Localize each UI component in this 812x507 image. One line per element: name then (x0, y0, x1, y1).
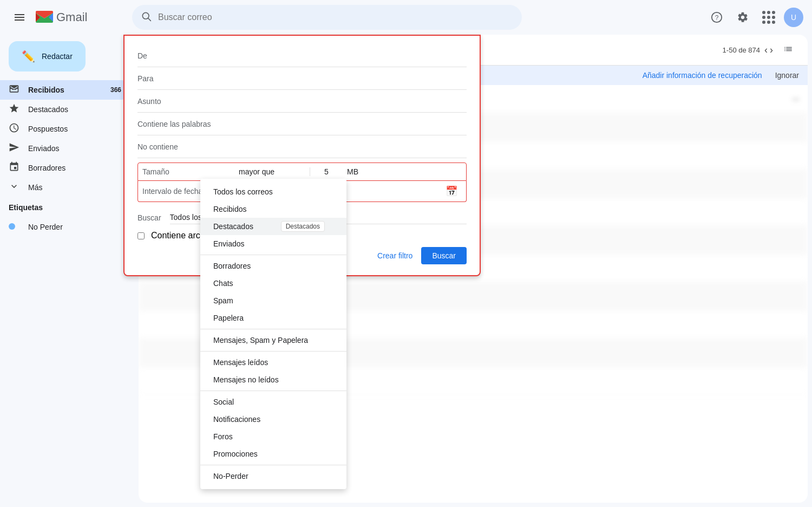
dropdown-item-promociones[interactable]: Promociones (200, 445, 346, 463)
clock-icon (9, 122, 19, 136)
para-input[interactable] (230, 74, 467, 83)
labels-section-text: Etiquetas (9, 203, 43, 212)
help-button[interactable]: ? (706, 6, 728, 28)
sidebar-item-no-perder[interactable]: No Perder (0, 217, 130, 237)
size-unit-select[interactable]: MB KB Bytes (343, 167, 462, 176)
calendar-icon[interactable]: 📅 (446, 185, 457, 197)
dropdown-item-label: Notificaciones (213, 415, 260, 424)
dropdown-item-mensajes-no-leidos[interactable]: Mensajes no leídos (200, 371, 346, 388)
asunto-input[interactable] (230, 97, 467, 106)
sidebar-item-label-enviados: Enviados (28, 144, 60, 153)
dropdown-item-papelera[interactable]: Papelera (200, 309, 346, 327)
dropdown-item-mensajes-spam-papelera[interactable]: Mensajes, Spam y Papelera (200, 332, 346, 349)
dropdown-item-chats[interactable]: Chats (200, 275, 346, 292)
avatar[interactable]: U (784, 8, 803, 27)
dropdown-item-spam[interactable]: Spam (200, 292, 346, 309)
notification-ignore[interactable]: Ignorar (775, 71, 799, 80)
pagination-prev[interactable]: ‹ (764, 44, 768, 56)
dropdown-item-notificaciones[interactable]: Notificaciones (200, 411, 346, 428)
sidebar-item-label-pospuestos: Pospuestos (28, 125, 68, 133)
dropdown-item-label: Todos los correos (213, 187, 273, 196)
dropdown-item-enviados[interactable]: Enviados (200, 235, 346, 252)
recibidos-badge: 366 (110, 86, 121, 94)
apps-button[interactable] (758, 6, 780, 28)
hamburger-icon (15, 17, 24, 18)
settings-button[interactable] (732, 6, 754, 28)
label-dot-icon (9, 223, 19, 231)
create-filter-button[interactable]: Crear filtro (377, 251, 412, 260)
dropdown-item-label: Chats (213, 279, 233, 288)
notification-link[interactable]: Añadir información de recuperación (643, 71, 762, 80)
pagination: 1-50 de 874 ‹ › (723, 39, 799, 61)
sidebar: ✏️ Redactar Recibidos 366 Destacados Pos… (0, 35, 139, 507)
size-value-input[interactable] (310, 167, 343, 176)
contiene-input[interactable] (230, 120, 467, 128)
svg-line-1 (148, 18, 151, 21)
contiene-field-row: Contiene las palabras (137, 113, 467, 135)
search-in-dropdown: Todos los correos Recibidos Destacados D… (200, 179, 346, 489)
dropdown-item-label: Papelera (213, 314, 244, 322)
dropdown-item-todos[interactable]: Todos los correos (200, 183, 346, 200)
compose-button[interactable]: ✏️ Redactar (9, 41, 86, 72)
dropdown-item-label: Mensajes, Spam y Papelera (213, 336, 308, 344)
de-field-row: De (137, 44, 467, 67)
topbar-right: ? U (706, 6, 803, 28)
no-contiene-field-row: No contiene (137, 135, 467, 158)
dropdown-item-label: Foros (213, 432, 233, 441)
dropdown-item-borradores[interactable]: Borradores (200, 257, 346, 275)
dropdown-item-label: Promociones (213, 450, 258, 458)
pencil-icon: ✏️ (22, 50, 35, 63)
sidebar-item-recibidos[interactable]: Recibidos 366 (0, 80, 130, 100)
compose-label: Redactar (42, 52, 73, 61)
dropdown-item-label: Recibidos (213, 205, 246, 213)
pagination-next[interactable]: › (770, 44, 773, 56)
svg-text:?: ? (715, 14, 719, 22)
dropdown-item-label: Mensajes leídos (213, 358, 268, 367)
dropdown-item-mensajes-leidos[interactable]: Mensajes leídos (200, 354, 346, 371)
search-in-label: Buscar (137, 213, 161, 222)
sidebar-item-destacados[interactable]: Destacados (0, 100, 130, 119)
dropdown-item-label: No-Perder (213, 472, 248, 480)
search-bar-container (132, 5, 522, 30)
view-options-button[interactable] (777, 39, 799, 61)
sidebar-item-label-no-perder: No Perder (28, 223, 63, 231)
size-condition-select[interactable]: mayor que menor que (234, 167, 310, 176)
dropdown-item-label: Destacados (213, 222, 253, 231)
sidebar-item-enviados[interactable]: Enviados (0, 139, 130, 158)
has-attachment-checkbox[interactable] (137, 232, 145, 239)
dropdown-item-destacados[interactable]: Destacados Destacados (200, 218, 346, 235)
pagination-text: 1-50 de 874 (723, 46, 760, 54)
dropdown-item-recibidos[interactable]: Recibidos (200, 200, 346, 218)
gmail-logo: Gmail (35, 8, 87, 27)
inbox-icon (9, 83, 19, 97)
gmail-m-icon (35, 8, 54, 27)
sidebar-item-borradores[interactable]: Borradores (0, 158, 130, 178)
dropdown-divider-4 (200, 391, 346, 391)
dropdown-item-no-perder[interactable]: No-Perder (200, 467, 346, 485)
dropdown-divider-5 (200, 465, 346, 465)
contiene-label: Contiene las palabras (137, 120, 230, 128)
topbar: Gmail ? (0, 0, 812, 35)
pagination-arrows: ‹ › (764, 44, 773, 56)
menu-button[interactable] (9, 6, 30, 28)
dropdown-divider-3 (200, 351, 346, 352)
sidebar-item-label-destacados: Destacados (28, 105, 68, 114)
search-input[interactable] (158, 12, 513, 22)
sidebar-item-pospuestos[interactable]: Pospuestos (0, 119, 130, 139)
chevron-down-icon (9, 181, 19, 194)
dropdown-item-label: Mensajes no leídos (213, 375, 279, 384)
no-contiene-label: No contiene (137, 142, 230, 151)
no-contiene-input[interactable] (230, 142, 467, 151)
search-button[interactable]: Buscar (421, 247, 467, 264)
topbar-left: Gmail (9, 6, 128, 28)
de-input[interactable] (230, 51, 467, 60)
dropdown-item-label: Spam (213, 296, 233, 305)
star-icon (9, 103, 19, 116)
dropdown-item-label: Social (213, 398, 234, 406)
sidebar-item-mas[interactable]: Más (0, 178, 130, 197)
gmail-logo-text: Gmail (56, 10, 87, 24)
sidebar-item-label-mas: Más (28, 183, 42, 192)
dropdown-item-social[interactable]: Social (200, 393, 346, 411)
dropdown-item-foros[interactable]: Foros (200, 428, 346, 445)
dropdown-divider-2 (200, 329, 346, 329)
